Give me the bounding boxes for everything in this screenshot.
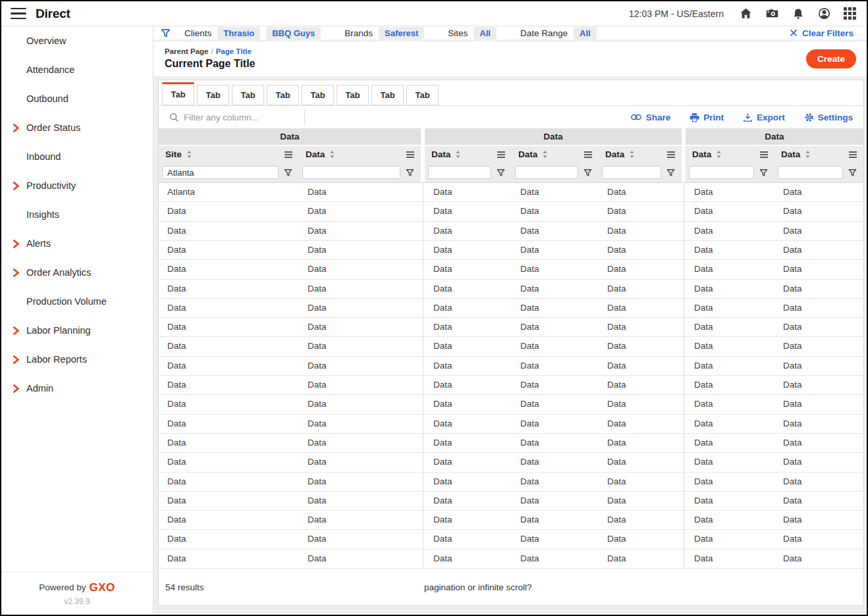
column-filter-input-2[interactable] — [302, 166, 400, 179]
tab-3[interactable]: Tab — [232, 85, 264, 105]
tab-1[interactable]: Tab — [162, 82, 194, 105]
column-header-data-3[interactable]: Data — [512, 146, 599, 163]
filter-funnel-icon[interactable] — [160, 28, 171, 39]
table-cell: Data — [686, 222, 774, 240]
tab-7[interactable]: Tab — [371, 85, 404, 105]
filter-chip-all[interactable]: All — [574, 27, 597, 39]
sidebar-item-alerts[interactable]: Alerts — [1, 229, 153, 258]
sort-icon — [455, 150, 461, 159]
tab-6[interactable]: Tab — [337, 85, 369, 105]
column-header-site[interactable]: Site — [159, 146, 299, 163]
chevron-right-icon — [10, 180, 21, 192]
table-row: DataDataDataDataDataDataData — [159, 260, 863, 279]
sidebar-item-labor-reports[interactable]: Labor Reports — [1, 345, 153, 374]
print-button[interactable]: Print — [690, 113, 724, 122]
table-cell: Data — [774, 357, 863, 375]
column-menu-icon[interactable] — [583, 151, 593, 159]
filter-funnel-icon[interactable] — [759, 168, 769, 178]
table-cell: Data — [774, 492, 863, 510]
filter-funnel-icon[interactable] — [405, 168, 415, 178]
filter-any-column-input[interactable] — [184, 113, 304, 122]
sidebar-item-insights[interactable]: Insights — [1, 200, 153, 229]
sidebar-item-labor-planning[interactable]: Labor Planning — [1, 316, 153, 345]
sidebar-item-admin[interactable]: Admin — [1, 374, 153, 403]
filter-chip-saferest[interactable]: Saferest — [379, 27, 424, 39]
column-filter-input-1[interactable] — [162, 166, 279, 179]
table-cell: Data — [774, 260, 863, 278]
clear-filters-button[interactable]: Clear Filters — [790, 28, 854, 38]
share-button[interactable]: Share — [630, 113, 671, 122]
user-icon[interactable] — [817, 7, 831, 20]
column-menu-icon[interactable] — [406, 151, 415, 159]
search-wrap — [165, 109, 305, 125]
sidebar-item-attendance[interactable]: Attendance — [1, 55, 153, 84]
table-cell: Data — [512, 260, 599, 278]
column-filter-input-6[interactable] — [689, 166, 754, 179]
chevron-right-icon — [10, 325, 21, 336]
chevron-right-icon — [10, 354, 21, 365]
filter-chip-thrasio[interactable]: Thrasio — [217, 27, 260, 39]
tab-8[interactable]: Tab — [406, 85, 439, 105]
create-button[interactable]: Create — [806, 49, 856, 68]
column-filter-input-5[interactable] — [602, 166, 661, 179]
table-cell: Data — [299, 492, 421, 510]
column-filter-input-3[interactable] — [428, 166, 491, 179]
column-menu-icon[interactable] — [497, 151, 506, 159]
column-menu-icon[interactable] — [666, 151, 676, 159]
export-button[interactable]: Export — [743, 113, 785, 122]
camera-icon[interactable] — [765, 7, 779, 20]
table-group-header-row: DataDataData — [159, 128, 863, 145]
filter-funnel-icon[interactable] — [848, 168, 857, 178]
filter-funnel-icon[interactable] — [666, 168, 676, 178]
table-cell: Data — [299, 260, 421, 278]
sidebar-item-productivity[interactable]: Productivity — [1, 171, 153, 200]
filter-chip-bbq-guys[interactable]: BBQ Guys — [266, 27, 321, 39]
sidebar-item-order-status[interactable]: Order Status — [1, 113, 153, 142]
table-cell: Data — [159, 299, 299, 317]
table-row: DataDataDataDataDataDataData — [159, 530, 863, 549]
filter-funnel-icon[interactable] — [583, 168, 593, 178]
column-filter-cell — [512, 163, 599, 182]
column-menu-icon[interactable] — [848, 151, 857, 159]
table-cell: Data — [599, 492, 682, 510]
tab-5[interactable]: Tab — [302, 85, 334, 105]
tab-4[interactable]: Tab — [267, 85, 299, 105]
column-filter-input-4[interactable] — [515, 166, 578, 179]
column-filter-input-7[interactable] — [778, 166, 843, 179]
breadcrumb-current-link[interactable]: Page Title — [216, 47, 252, 55]
column-header-data-2[interactable]: Data — [425, 146, 512, 163]
table-cell: Data — [159, 492, 299, 510]
hamburger-menu-icon[interactable] — [11, 8, 26, 20]
sidebar-item-order-analytics[interactable]: Order Analytics — [1, 258, 153, 287]
table-cell: Data — [299, 241, 421, 259]
table-cell: Data — [159, 202, 299, 220]
powered-by: Powered byGXO — [1, 581, 153, 594]
tab-2[interactable]: Tab — [197, 85, 229, 105]
home-icon[interactable] — [739, 7, 753, 20]
sidebar-item-label: Outbound — [26, 93, 68, 104]
column-header-label: Data — [781, 149, 800, 159]
column-header-data-1[interactable]: Data — [299, 146, 421, 163]
apps-grid-icon[interactable] — [844, 7, 856, 20]
bell-icon[interactable] — [792, 7, 805, 20]
breadcrumb-separator: / — [211, 47, 213, 55]
filter-funnel-icon[interactable] — [496, 168, 506, 178]
filter-chip-all[interactable]: All — [474, 27, 497, 39]
column-header-data-6[interactable]: Data — [774, 146, 863, 163]
filter-funnel-icon[interactable] — [283, 168, 293, 178]
sidebar-item-inbound[interactable]: Inbound — [1, 142, 153, 171]
table-row: DataDataDataDataDataDataData — [159, 434, 863, 453]
settings-button[interactable]: Settings — [804, 113, 853, 122]
column-header-data-4[interactable]: Data — [599, 146, 682, 163]
table-cell: Data — [159, 376, 299, 394]
column-menu-icon[interactable] — [284, 151, 293, 159]
column-header-label: Data — [306, 149, 325, 159]
column-menu-icon[interactable] — [759, 151, 769, 159]
table-cell: Data — [299, 299, 421, 317]
chevron-right-icon — [10, 238, 21, 249]
column-header-data-5[interactable]: Data — [686, 146, 774, 163]
search-icon — [169, 112, 179, 122]
sidebar-item-production-volume[interactable]: Production Volume — [1, 287, 153, 316]
sidebar-item-outbound[interactable]: Outbound — [1, 84, 153, 113]
sidebar-item-overview[interactable]: Overview — [1, 26, 153, 55]
